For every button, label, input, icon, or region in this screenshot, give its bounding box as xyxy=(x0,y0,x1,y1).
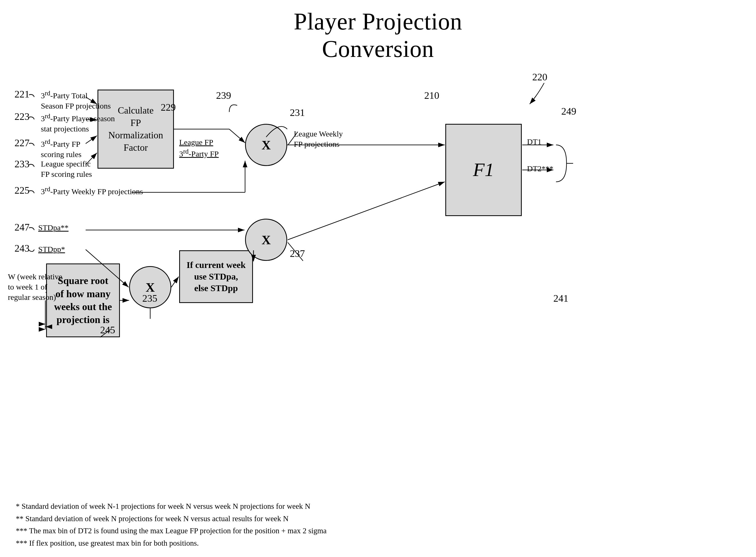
ref-210: 210 xyxy=(424,90,439,101)
middle-multiply-circle: X xyxy=(245,219,287,261)
label-225: 3rd-Party Weekly FP projections xyxy=(41,185,143,197)
footnotes: * Standard deviation of week N-1 project… xyxy=(16,500,326,549)
svg-line-21 xyxy=(288,182,445,240)
ref-235: 235 xyxy=(142,292,157,304)
label-233: League specificFP scoring rules xyxy=(41,158,92,179)
ref-221: 221 xyxy=(14,88,30,100)
label-223: 3rd-Party Player seasonstat projections xyxy=(41,112,115,134)
ref-233: 233 xyxy=(14,158,30,170)
footnote-4: *** If flex position, use greatest max b… xyxy=(16,537,326,549)
page-title: Player Projection Conversion xyxy=(0,0,756,62)
svg-line-19 xyxy=(171,277,179,287)
svg-line-3 xyxy=(86,136,97,144)
footnote-3: *** The max bin of DT2 is found using th… xyxy=(16,525,326,537)
label-dt2: DT2*** xyxy=(527,164,553,174)
ref-241: 241 xyxy=(553,292,569,304)
label-league-weekly: League WeeklyFP projections xyxy=(294,128,343,149)
svg-line-8 xyxy=(229,129,245,143)
ref-247: 247 xyxy=(14,221,30,233)
ref-243: 243 xyxy=(14,242,30,254)
footnote-2: ** Standard deviation of week N projecti… xyxy=(16,512,326,525)
f1-box: F1 xyxy=(445,124,522,216)
label-league-fp: League FP 3rd-Party FP xyxy=(179,137,219,159)
ref-229: 229 xyxy=(161,101,176,113)
ref-249: 249 xyxy=(561,106,576,117)
ref-237: 237 xyxy=(290,248,305,259)
label-247: STDpa** xyxy=(38,223,68,233)
diagram-area: Calculate FP Normalization Factor Square… xyxy=(0,63,756,483)
ref-220: 220 xyxy=(532,71,547,83)
upper-multiply-circle: X xyxy=(245,124,287,166)
label-221: 3rd-Party TotalSeason FP projections xyxy=(41,89,111,111)
label-227: 3rd-Party FPscoring rules xyxy=(41,138,81,159)
label-dt1: DT1 xyxy=(527,137,542,147)
ref-245: 245 xyxy=(100,324,115,336)
ref-223: 223 xyxy=(14,111,30,122)
label-243: STDpp* xyxy=(38,244,65,254)
stdpa-conditional-box: If current week use STDpa, else STDpp xyxy=(179,250,253,303)
ref-225: 225 xyxy=(14,184,30,196)
footnote-1: * Standard deviation of week N-1 project… xyxy=(16,500,326,512)
ref-227: 227 xyxy=(14,137,30,149)
ref-231: 231 xyxy=(290,107,305,118)
label-w: W (week relativeto week 1 ofregular seas… xyxy=(8,271,62,302)
ref-239: 239 xyxy=(216,90,231,101)
